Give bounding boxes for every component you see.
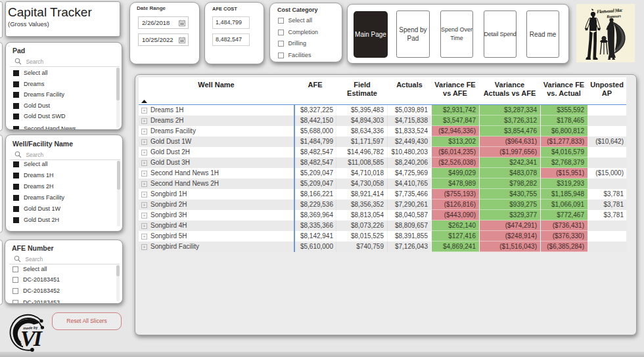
svg-text:VI: VI — [20, 326, 43, 350]
